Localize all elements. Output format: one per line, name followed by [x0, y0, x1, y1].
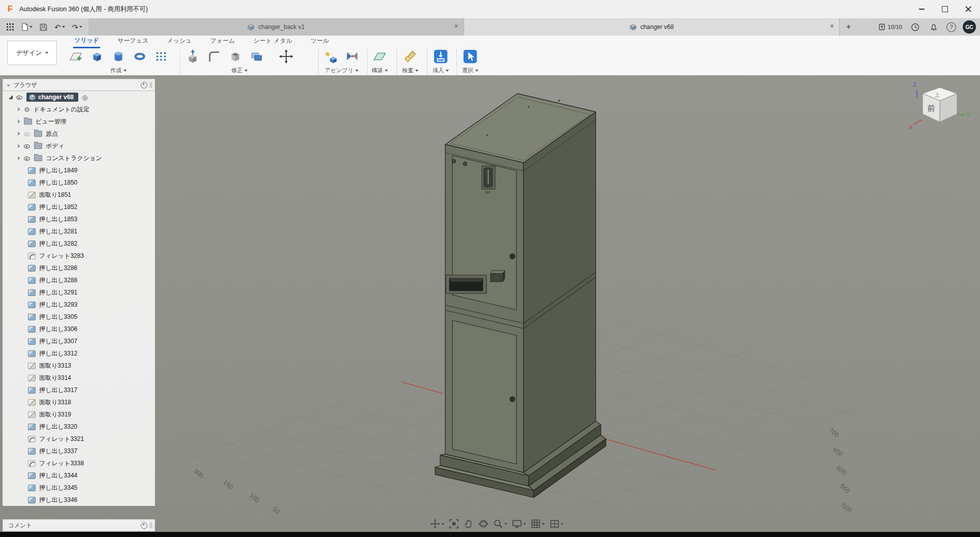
feature-row[interactable]: 面取り3318 — [3, 396, 155, 408]
panel-pin-icon[interactable] — [141, 82, 147, 88]
feature-row[interactable]: 押し出し3346 — [3, 494, 155, 506]
visibility-eye-icon[interactable] — [24, 143, 30, 150]
feature-row[interactable]: 押し出し3320 — [3, 421, 155, 433]
group-create-dropdown[interactable]: 作成 — [110, 67, 127, 74]
feature-row[interactable]: 押し出し3344 — [3, 469, 155, 482]
tab-form[interactable]: フォーム — [209, 35, 236, 47]
joint-button[interactable] — [344, 48, 361, 65]
expand-arrow-icon[interactable] — [18, 107, 20, 111]
press-pull-button[interactable] — [184, 48, 201, 65]
view-cube[interactable]: 上 前 Z X Y — [907, 76, 973, 142]
group-insert-dropdown[interactable]: 挿入 — [433, 67, 449, 74]
expand-arrow-icon[interactable] — [18, 120, 20, 124]
feature-row[interactable]: 押し出し3281 — [3, 225, 155, 237]
create-sketch-button[interactable] — [67, 48, 84, 65]
collapse-panel-icon[interactable]: « — [7, 82, 10, 88]
create-cylinder-button[interactable] — [110, 48, 127, 65]
minimize-button[interactable] — [910, 0, 933, 18]
redo-button[interactable]: ↷ — [70, 22, 85, 33]
feature-row[interactable]: 面取り3313 — [3, 360, 155, 372]
fit-button[interactable] — [449, 519, 459, 529]
pan-button[interactable] — [430, 519, 444, 529]
browser-item-bodies[interactable]: ボディ — [3, 140, 155, 152]
panel-grip-handle[interactable] — [150, 522, 152, 528]
tab-close-icon[interactable]: ✕ — [830, 23, 834, 29]
feature-row[interactable]: 面取り3314 — [3, 372, 155, 384]
workspace-selector[interactable]: デザイン — [7, 41, 57, 65]
browser-root-row[interactable]: changer v68 ◎ — [3, 91, 155, 103]
shell-button[interactable] — [227, 48, 244, 65]
new-component-button[interactable] — [322, 48, 340, 65]
group-select-dropdown[interactable]: 選択 — [462, 67, 478, 74]
feature-row[interactable]: 押し出し1852 — [3, 201, 155, 213]
file-menu-button[interactable] — [19, 21, 35, 33]
feature-row[interactable]: 押し出し3307 — [3, 335, 155, 347]
select-button[interactable] — [462, 48, 479, 65]
activity-history-button[interactable] — [909, 21, 921, 33]
feature-row[interactable]: フィレット3321 — [3, 433, 155, 445]
feature-row[interactable]: 押し出し3345 — [3, 482, 155, 494]
fillet-button[interactable] — [205, 48, 223, 65]
browser-item-view-management[interactable]: ビュー管理 — [3, 115, 155, 128]
feature-row[interactable]: 押し出し3312 — [3, 347, 155, 360]
tab-mesh[interactable]: メッシュ — [166, 35, 193, 47]
pattern-button[interactable] — [152, 48, 170, 65]
tab-changer-back-v1[interactable]: changer_back v1 ✕ — [88, 18, 464, 36]
group-assemble-dropdown[interactable]: アセンブリ — [325, 67, 358, 74]
feature-row[interactable]: 押し出し3317 — [3, 384, 155, 396]
feature-row[interactable]: 押し出し1853 — [3, 213, 155, 225]
visibility-eye-icon[interactable] — [16, 94, 23, 101]
activate-component-icon[interactable]: ◎ — [82, 94, 87, 101]
expand-arrow-icon[interactable] — [18, 144, 20, 148]
browser-item-document-settings[interactable]: ⚙ ドキュメントの設定 — [3, 103, 155, 115]
browser-item-origin[interactable]: 原点 — [3, 128, 155, 140]
feature-row[interactable]: 押し出し3337 — [3, 445, 155, 457]
zoom-button[interactable] — [493, 519, 507, 529]
app-grid-button[interactable] — [4, 21, 16, 33]
expand-arrow-icon[interactable] — [18, 156, 20, 160]
tab-surface[interactable]: サーフェス — [116, 35, 149, 47]
create-torus-button[interactable] — [131, 48, 148, 65]
expand-arrow-icon[interactable] — [18, 132, 20, 136]
model-cabinet[interactable] — [435, 94, 606, 497]
tab-sheetmetal[interactable]: シート メタル — [252, 35, 293, 47]
feature-row[interactable]: フィレット3283 — [3, 250, 155, 262]
comments-expand-icon[interactable] — [141, 522, 147, 529]
feature-row[interactable]: 押し出し1849 — [3, 164, 155, 176]
move-button[interactable] — [278, 48, 295, 65]
user-avatar[interactable]: GC — [963, 20, 976, 34]
notifications-button[interactable] — [928, 21, 940, 33]
job-status-button[interactable]: 10/10 — [878, 23, 902, 31]
feature-row[interactable]: 押し出し3286 — [3, 262, 155, 274]
combine-button[interactable] — [248, 48, 265, 65]
undo-button[interactable]: ↶ — [52, 22, 67, 33]
feature-row[interactable]: 押し出し3291 — [3, 286, 155, 299]
orbit-button[interactable] — [478, 519, 488, 529]
help-button[interactable]: ? — [946, 22, 956, 32]
new-tab-button[interactable]: + — [842, 20, 855, 34]
maximize-button[interactable] — [933, 0, 957, 18]
feature-row[interactable]: 面取り3319 — [3, 408, 155, 421]
pan-hand-button[interactable] — [464, 519, 474, 529]
close-button[interactable] — [957, 0, 980, 18]
feature-row[interactable]: 押し出し3293 — [3, 299, 155, 311]
expand-arrow-icon[interactable] — [9, 95, 13, 99]
tab-close-icon[interactable]: ✕ — [454, 23, 458, 29]
browser-item-construction[interactable]: コンストラクション — [3, 152, 155, 164]
save-button[interactable] — [38, 22, 49, 33]
feature-row[interactable]: 面取り1851 — [3, 189, 155, 201]
feature-row[interactable]: 押し出し3306 — [3, 323, 155, 335]
feature-row[interactable]: 押し出し1850 — [3, 176, 155, 189]
feature-row[interactable]: 押し出し3288 — [3, 274, 155, 286]
feature-row[interactable]: 押し出し3282 — [3, 237, 155, 250]
tab-solid[interactable]: ソリッド — [73, 35, 100, 48]
viewports-button[interactable] — [549, 519, 564, 529]
grid-snaps-button[interactable] — [531, 519, 545, 529]
comments-bar[interactable]: コメント — [3, 519, 155, 531]
group-construct-dropdown[interactable]: 構築 — [372, 67, 388, 74]
create-box-button[interactable] — [88, 48, 106, 65]
group-inspect-dropdown[interactable]: 検査 — [402, 67, 418, 74]
feature-row[interactable]: フィレット3338 — [3, 457, 155, 469]
group-modify-dropdown[interactable]: 修正 — [231, 67, 248, 74]
display-settings-button[interactable] — [512, 519, 526, 529]
